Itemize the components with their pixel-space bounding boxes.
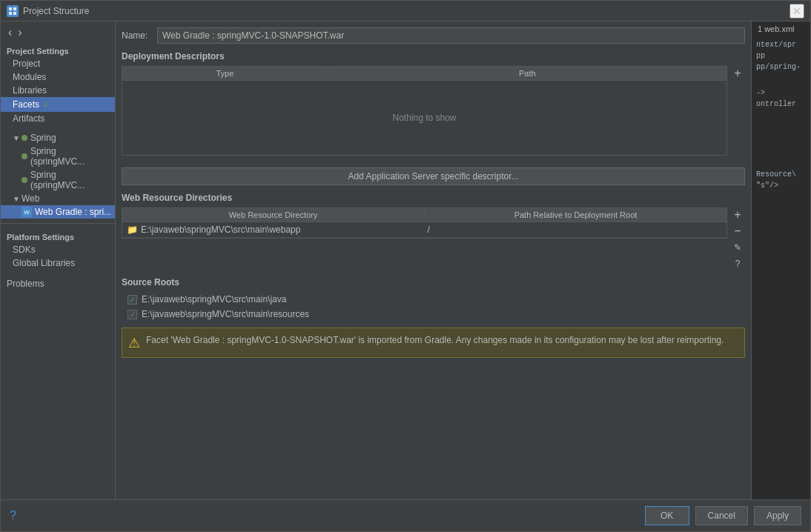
nothing-to-show: Nothing to show (392, 113, 456, 123)
sidebar-item-global-libraries[interactable]: Global Libraries (1, 256, 115, 270)
help-wr-button[interactable]: ? (730, 256, 745, 271)
tree-spring-child1[interactable]: Spring (springMVC... (1, 144, 115, 168)
web-gradle-label: Web Gradle : spri... (35, 207, 111, 217)
spring-dot (21, 135, 27, 141)
spring-label: Spring (30, 133, 56, 143)
code-line-4: -> (756, 87, 806, 99)
folder-icon: 📁 (127, 225, 138, 235)
sidebar-item-facets[interactable]: Facets ✓ (1, 97, 115, 112)
name-label: Name: (122, 30, 151, 41)
wr-dir-cell: 📁 E:\javaweb\springMVC\src\main\webapp (127, 225, 422, 235)
spring-child2-dot (21, 177, 27, 183)
dialog-title: Project Structure (23, 6, 790, 16)
wr-header: Web Resource Directory Path Relative to … (122, 208, 726, 222)
web-resource-table: Web Resource Directory Path Relative to … (122, 207, 727, 239)
sidebar-divider (1, 223, 115, 224)
spring-child2-label: Spring (springMVC... (30, 170, 112, 190)
forward-button[interactable]: › (16, 26, 23, 39)
code-line-1: pp (756, 50, 806, 61)
source-root-0-checkbox[interactable]: ✓ (128, 295, 137, 305)
libraries-label: Libraries (13, 85, 47, 96)
sidebar-item-artifacts[interactable]: Artifacts (1, 112, 115, 125)
svg-rect-3 (13, 12, 16, 15)
project-settings-items: Project Modules Libraries Facets ✓ Artif… (1, 57, 115, 125)
spring-arrow: ▼ (13, 134, 20, 142)
help-icon[interactable]: ? (10, 509, 16, 522)
nav-toolbar: ‹ › (1, 24, 115, 41)
sidebar-item-sdks[interactable]: SDKs (1, 243, 115, 256)
name-row: Name: (122, 27, 745, 44)
add-specific-descriptor-button[interactable]: Add Application Server specific descript… (122, 167, 745, 185)
sdks-label: SDKs (13, 245, 36, 255)
warning-text: Facet 'Web Gradle : springMVC-1.0-SNAPSH… (146, 334, 724, 347)
code-tab-label: 1 web.xml (758, 24, 795, 33)
deployment-descriptors-title: Deployment Descriptors (122, 51, 745, 61)
ok-button[interactable]: OK (645, 506, 689, 525)
sidebar-item-project[interactable]: Project (1, 57, 115, 70)
tree-web[interactable]: ▼ Web (1, 192, 115, 205)
platform-settings-header: Platform Settings (1, 228, 115, 243)
title-bar: Project Structure ✕ (1, 1, 810, 21)
add-descriptor-button[interactable]: + (730, 66, 745, 81)
wr-dir-header: Web Resource Directory (122, 208, 425, 222)
global-libraries-label: Global Libraries (13, 258, 75, 268)
code-line-right-0: Resource\ (756, 169, 806, 180)
code-panel: 1 web.xml ntext/spr pp pp/spring- -> ont… (751, 21, 810, 499)
deployment-descriptors-header: Type Path (122, 67, 726, 81)
cancel-button[interactable]: Cancel (695, 506, 748, 525)
wr-dir-value: E:\javaweb\springMVC\src\main\webapp (141, 225, 300, 235)
facets-label: Facets (13, 99, 39, 110)
problems-label: Problems (7, 279, 44, 289)
facets-checkmark: ✓ (42, 99, 51, 110)
descriptor-side-buttons: + (730, 66, 745, 81)
web-arrow: ▼ (13, 195, 20, 203)
sidebar-item-modules[interactable]: Modules (1, 70, 115, 84)
dialog-icon (7, 5, 19, 17)
spring-child1-dot (21, 153, 27, 159)
warning-box: ⚠ Facet 'Web Gradle : springMVC-1.0-SNAP… (122, 327, 745, 358)
tree-web-gradle[interactable]: W Web Gradle : spri... (1, 205, 115, 219)
source-root-1-checkbox[interactable]: ✓ (128, 310, 137, 319)
code-line-5: ontroller (756, 99, 806, 110)
warning-icon: ⚠ (128, 335, 140, 351)
web-resource-title: Web Resource Directories (122, 193, 745, 203)
edit-wr-button[interactable]: ✎ (730, 240, 745, 255)
project-label: Project (13, 59, 40, 69)
wr-path-header: Path Relative to Deployment Root (425, 208, 726, 222)
type-column-header: Type (122, 67, 328, 80)
svg-rect-2 (9, 12, 12, 15)
source-root-0-path: E:\javaweb\springMVC\src\main\java (142, 294, 286, 305)
sidebar-item-libraries[interactable]: Libraries (1, 84, 115, 97)
back-button[interactable]: ‹ (7, 26, 13, 39)
code-line-right-2: "s"/> (756, 180, 806, 191)
source-roots-list: ✓ E:\javaweb\springMVC\src\main\java ✓ E… (122, 292, 745, 322)
code-line-0: ntext/spr (756, 39, 806, 50)
facets-tree: ▼ Spring Spring (springMVC... Spring (sp… (1, 131, 115, 219)
right-panel: Name: Deployment Descriptors Type Path N… (116, 21, 751, 499)
apply-button[interactable]: Apply (754, 506, 801, 525)
name-input[interactable] (157, 27, 745, 44)
remove-wr-button[interactable]: − (730, 224, 745, 239)
deployment-descriptors-body: Nothing to show (122, 81, 726, 155)
main-content: ‹ › Project Settings Project Modules Lib… (1, 21, 810, 499)
tree-spring[interactable]: ▼ Spring (1, 131, 115, 144)
tree-spring-child2[interactable]: Spring (springMVC... (1, 168, 115, 192)
source-root-0: ✓ E:\javaweb\springMVC\src\main\java (122, 292, 745, 307)
svg-rect-1 (13, 7, 16, 10)
code-tab-web-xml[interactable]: 1 web.xml (752, 21, 810, 36)
project-structure-dialog: Project Structure ✕ ‹ › Project Settings… (0, 0, 811, 532)
modules-label: Modules (13, 72, 46, 82)
code-content: ntext/spr pp pp/spring- -> ontroller Res… (752, 36, 810, 499)
add-wr-button[interactable]: + (730, 207, 745, 222)
svg-rect-0 (9, 7, 12, 10)
wr-side-buttons: + − ✎ ? (730, 207, 745, 271)
source-root-1: ✓ E:\javaweb\springMVC\src\main\resource… (122, 307, 745, 322)
artifacts-label: Artifacts (13, 113, 44, 124)
wr-row-0: 📁 E:\javaweb\springMVC\src\main\webapp / (122, 222, 726, 238)
path-column-header: Path (328, 67, 726, 80)
close-button[interactable]: ✕ (790, 4, 804, 19)
sidebar-item-problems[interactable]: Problems (1, 276, 115, 292)
spring-child1-label: Spring (springMVC... (30, 146, 112, 167)
source-roots-title: Source Roots (122, 277, 745, 287)
web-gradle-icon: W (21, 207, 32, 217)
